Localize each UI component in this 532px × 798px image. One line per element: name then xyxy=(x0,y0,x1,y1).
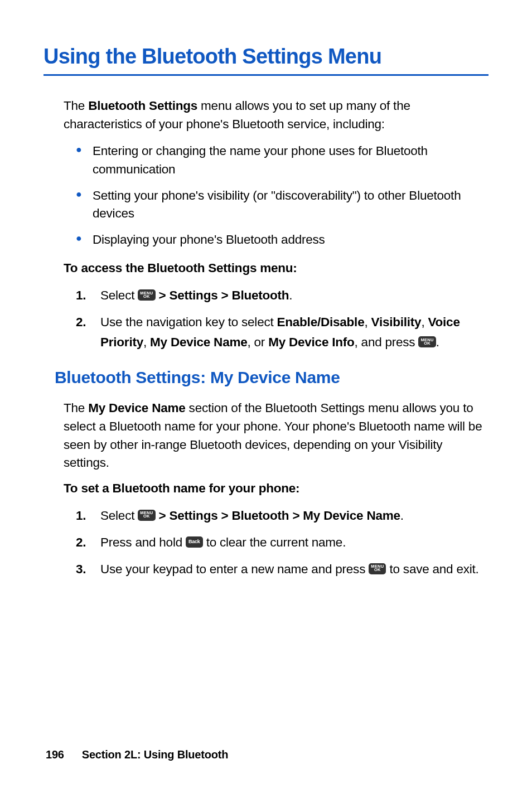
step-text-suffix: to clear the current name. xyxy=(203,535,346,549)
option-my-device-info: My Device Info xyxy=(268,335,354,349)
list-item: Setting your phone's visibility (or "dis… xyxy=(76,187,489,223)
key-label-bottom: OK xyxy=(143,295,150,298)
set-name-steps-list: 1. Select MENUOK > Settings > Bluetooth … xyxy=(76,506,489,579)
separator: , xyxy=(364,315,371,329)
step-text-suffix: , and press xyxy=(355,335,419,349)
step-period: . xyxy=(289,288,292,302)
device-name-paragraph: The My Device Name section of the Blueto… xyxy=(64,399,489,472)
list-item: 1. Select MENUOK > Settings > Bluetooth … xyxy=(76,506,489,526)
option-my-device-name: My Device Name xyxy=(150,335,247,349)
access-subheading: To access the Bluetooth Settings menu: xyxy=(64,261,489,275)
step-text-prefix: Select xyxy=(100,509,138,523)
para-bold: My Device Name xyxy=(88,401,185,415)
list-item: 2. Press and hold Back to clear the curr… xyxy=(76,533,489,553)
list-item: Displaying your phone's Bluetooth addres… xyxy=(76,231,489,249)
section-label: Section 2L: Using Bluetooth xyxy=(82,748,228,761)
list-item: Entering or changing the name your phone… xyxy=(76,142,489,178)
step-number: 1. xyxy=(76,506,86,526)
list-item: 2. Use the navigation key to select Enab… xyxy=(76,312,489,352)
option-enable-disable: Enable/Disable xyxy=(277,315,365,329)
feature-bullet-list: Entering or changing the name your phone… xyxy=(76,142,489,249)
step-text-prefix: Select xyxy=(100,288,138,302)
menu-ok-key-icon: MENUOK xyxy=(138,510,155,521)
access-steps-list: 1. Select MENUOK > Settings > Bluetooth.… xyxy=(76,286,489,352)
step-text-prefix: Press and hold xyxy=(100,535,186,549)
page-footer: 196Section 2L: Using Bluetooth xyxy=(46,748,228,761)
separator: , xyxy=(143,335,150,349)
step-path: > Settings > Bluetooth > My Device Name xyxy=(156,509,400,523)
option-visibility: Visibility xyxy=(371,315,422,329)
intro-prefix: The xyxy=(64,99,88,113)
step-period: . xyxy=(400,509,404,523)
intro-bold: Bluetooth Settings xyxy=(88,99,197,113)
title-rule xyxy=(43,74,489,76)
page-number: 196 xyxy=(46,748,64,761)
menu-ok-key-icon: MENUOK xyxy=(369,563,386,574)
key-label-bottom: OK xyxy=(374,568,381,572)
step-text-prefix: Use the navigation key to select xyxy=(100,315,277,329)
step-number: 2. xyxy=(76,533,86,553)
step-text-prefix: Use your keypad to enter a new name and … xyxy=(100,562,369,576)
section-heading-my-device-name: Bluetooth Settings: My Device Name xyxy=(55,368,489,387)
step-path: > Settings > Bluetooth xyxy=(156,288,289,302)
list-item: 3. Use your keypad to enter a new name a… xyxy=(76,559,489,579)
key-label-bottom: OK xyxy=(424,342,431,345)
menu-ok-key-icon: MENUOK xyxy=(138,289,155,301)
separator: , xyxy=(421,315,428,329)
step-number: 2. xyxy=(76,312,86,332)
step-period: . xyxy=(436,335,439,349)
key-label-bottom: OK xyxy=(143,515,150,518)
page-title: Using the Bluetooth Settings Menu xyxy=(43,45,489,69)
intro-paragraph: The Bluetooth Settings menu allows you t… xyxy=(64,97,489,133)
back-key-icon: Back xyxy=(186,536,203,548)
set-name-subheading: To set a Bluetooth name for your phone: xyxy=(64,481,489,496)
separator: , or xyxy=(248,335,269,349)
step-text-suffix: to save and exit. xyxy=(386,562,478,576)
list-item: 1. Select MENUOK > Settings > Bluetooth. xyxy=(76,286,489,306)
step-number: 1. xyxy=(76,286,86,306)
menu-ok-key-icon: MENUOK xyxy=(418,336,436,347)
para-prefix: The xyxy=(64,401,88,415)
step-number: 3. xyxy=(76,559,86,579)
